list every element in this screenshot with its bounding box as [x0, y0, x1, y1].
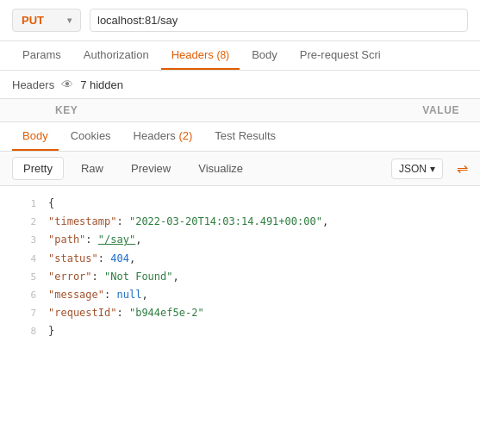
url-input[interactable] [90, 9, 468, 32]
fmt-pretty[interactable]: Pretty [12, 157, 64, 180]
line-number: 4 [12, 252, 36, 267]
response-tabs: Body Cookies Headers (2) Test Results [0, 122, 480, 152]
code-content: "requestId": "b944ef5e-2" [48, 305, 468, 321]
key-column-label: KEY [12, 104, 399, 116]
method-label: PUT [22, 14, 44, 27]
tab-body-response[interactable]: Body [12, 122, 59, 151]
code-content: "status": 404, [48, 251, 468, 267]
request-tabs: Params Authorization Headers (8) Body Pr… [0, 41, 480, 71]
code-line-2: 2 "timestamp": "2022-03-20T14:03:14.491+… [0, 213, 480, 231]
code-line-7: 7 "requestId": "b944ef5e-2" [0, 304, 480, 322]
filter-icon[interactable]: ⇌ [457, 160, 468, 177]
tab-test-results[interactable]: Test Results [204, 122, 286, 151]
code-line-4: 4 "status": 404, [0, 250, 480, 268]
code-content: "path": "/say", [48, 232, 468, 248]
fmt-preview[interactable]: Preview [121, 158, 181, 179]
line-number: 3 [12, 233, 36, 248]
method-bar: PUT ▾ [0, 0, 480, 41]
code-response-area: 1 { 2 "timestamp": "2022-03-20T14:03:14.… [0, 186, 480, 350]
tab-body[interactable]: Body [241, 41, 288, 70]
hidden-count: 7 hidden [80, 78, 123, 91]
json-format-select[interactable]: JSON ▾ [391, 159, 443, 179]
tab-cookies[interactable]: Cookies [60, 122, 122, 151]
line-number: 8 [12, 324, 36, 339]
tab-params[interactable]: Params [12, 41, 72, 70]
chevron-down-icon: ▾ [67, 16, 72, 25]
line-number: 5 [12, 270, 36, 285]
tab-headers[interactable]: Headers (8) [161, 41, 240, 70]
code-content: } [48, 323, 468, 339]
eye-icon: 👁 [61, 78, 73, 91]
line-number: 1 [12, 196, 36, 212]
method-selector[interactable]: PUT ▾ [12, 9, 81, 32]
code-content: "message": null, [48, 287, 468, 303]
value-column-label: VALUE [399, 104, 468, 116]
line-number: 2 [12, 215, 36, 230]
code-content: { [48, 196, 468, 212]
kv-column-header: KEY VALUE [0, 99, 480, 122]
fmt-visualize[interactable]: Visualize [188, 158, 253, 179]
tab-headers-response[interactable]: Headers (2) [123, 122, 203, 151]
code-line-1: 1 { [0, 195, 480, 213]
code-line-3: 3 "path": "/say", [0, 231, 480, 249]
code-content: "timestamp": "2022-03-20T14:03:14.491+00… [48, 214, 468, 230]
tab-authorization[interactable]: Authorization [73, 41, 159, 70]
fmt-raw[interactable]: Raw [71, 158, 114, 179]
code-line-6: 6 "message": null, [0, 286, 480, 304]
headers-info: Headers 👁 7 hidden [0, 71, 480, 99]
headers-label: Headers [12, 78, 54, 91]
code-content: "error": "Not Found", [48, 269, 468, 285]
format-bar: Pretty Raw Preview Visualize JSON ▾ ⇌ [0, 152, 480, 186]
line-number: 6 [12, 288, 36, 303]
code-line-5: 5 "error": "Not Found", [0, 268, 480, 286]
line-number: 7 [12, 306, 36, 321]
tab-pre-request-script[interactable]: Pre-request Scri [290, 41, 391, 70]
chevron-down-icon: ▾ [430, 163, 435, 175]
code-line-8: 8 } [0, 322, 480, 340]
